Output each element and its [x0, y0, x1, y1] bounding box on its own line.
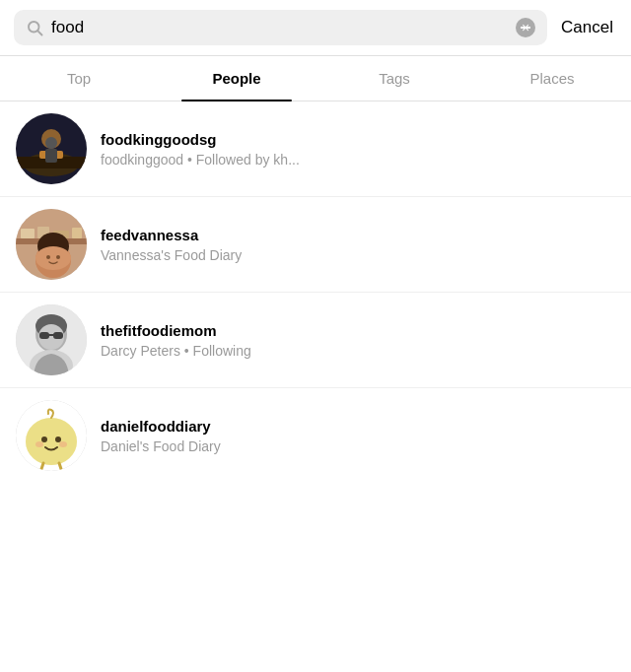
clear-icon: × — [522, 21, 529, 34]
people-list: foodkinggoodsg foodkinggood • Followed b… — [0, 101, 631, 483]
tab-people[interactable]: People — [158, 56, 316, 101]
cancel-button[interactable]: Cancel — [557, 18, 617, 37]
svg-line-1 — [37, 31, 41, 34]
tab-places[interactable]: Places — [473, 56, 631, 101]
svg-point-31 — [26, 418, 77, 465]
svg-rect-11 — [21, 229, 35, 238]
search-icon — [26, 19, 43, 36]
person-info: danielfooddiary Daniel's Food Diary — [101, 418, 221, 454]
svg-point-19 — [46, 255, 50, 259]
tabs: Top People Tags Places — [0, 56, 631, 101]
list-item[interactable]: feedvannessa Vannessa's Food Diary — [0, 197, 631, 293]
person-subtitle: Daniel's Food Diary — [101, 438, 221, 454]
avatar — [16, 113, 87, 184]
svg-line-37 — [59, 463, 61, 469]
person-username: feedvannessa — [101, 227, 242, 243]
avatar — [16, 400, 87, 471]
svg-rect-27 — [48, 334, 54, 336]
svg-point-32 — [41, 437, 47, 442]
person-subtitle: Vannessa's Food Diary — [101, 247, 242, 263]
tab-tags[interactable]: Tags — [316, 56, 473, 101]
search-input[interactable] — [51, 18, 508, 37]
svg-rect-14 — [72, 228, 82, 238]
clear-button[interactable]: × — [516, 18, 535, 37]
svg-point-7 — [45, 137, 57, 149]
person-info: foodkinggoodsg foodkinggood • Followed b… — [101, 131, 300, 168]
svg-point-20 — [56, 255, 60, 259]
search-input-wrapper: × — [14, 10, 547, 45]
person-username: thefitfoodiemom — [101, 322, 251, 339]
person-info: thefitfoodiemom Darcy Peters • Following — [101, 322, 251, 359]
person-username: danielfooddiary — [101, 418, 221, 435]
svg-point-33 — [55, 437, 61, 442]
search-bar: × Cancel — [0, 0, 631, 56]
list-item[interactable]: danielfooddiary Daniel's Food Diary — [0, 388, 631, 483]
avatar — [16, 209, 87, 280]
svg-rect-25 — [39, 332, 49, 339]
svg-point-34 — [35, 441, 43, 447]
list-item[interactable]: foodkinggoodsg foodkinggood • Followed b… — [0, 101, 631, 197]
person-username: foodkinggoodsg — [101, 131, 300, 148]
svg-point-35 — [59, 441, 67, 447]
svg-rect-8 — [45, 149, 57, 163]
person-subtitle: Darcy Peters • Following — [101, 343, 251, 359]
list-item[interactable]: thefitfoodiemom Darcy Peters • Following — [0, 293, 631, 388]
avatar — [16, 304, 87, 375]
svg-point-18 — [35, 246, 71, 270]
person-info: feedvannessa Vannessa's Food Diary — [101, 227, 242, 263]
person-subtitle: foodkinggood • Followed by kh... — [101, 152, 300, 168]
svg-rect-26 — [53, 332, 63, 339]
tab-top[interactable]: Top — [0, 56, 158, 101]
svg-line-36 — [41, 463, 43, 469]
